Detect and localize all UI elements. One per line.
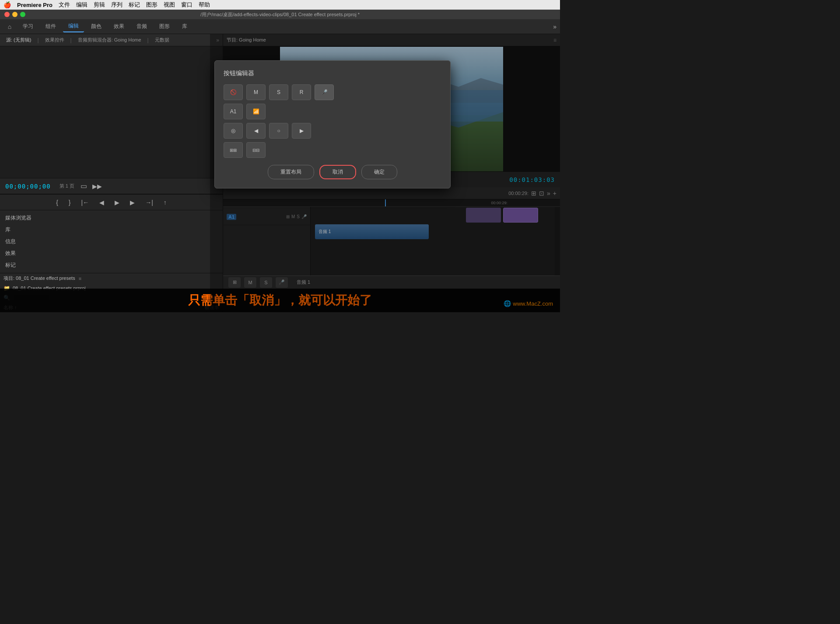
btn-circle-out[interactable]: ◎ bbox=[224, 123, 243, 139]
dialog-footer: 重置布局 取消 确定 bbox=[224, 165, 441, 179]
insert-btn[interactable]: ↑ bbox=[162, 198, 168, 207]
btn-m[interactable]: M bbox=[246, 84, 266, 100]
step-fwd-btn[interactable]: ▶ bbox=[128, 198, 136, 207]
traffic-lights bbox=[4, 12, 25, 17]
more-workspaces[interactable]: » bbox=[553, 23, 556, 30]
page-indicator: 第 1 页 bbox=[60, 183, 74, 189]
btn-r[interactable]: R bbox=[292, 84, 311, 100]
btn-no-sync[interactable]: 🚫 bbox=[224, 84, 243, 100]
minimize-button[interactable] bbox=[12, 12, 18, 17]
dialog-row-3: ◎ ◀ ○ ▶ bbox=[224, 123, 441, 139]
step-back-btn[interactable]: ◀ bbox=[98, 198, 106, 207]
tab-edit[interactable]: 编辑 bbox=[63, 21, 84, 32]
confirm-button[interactable]: 确定 bbox=[361, 165, 397, 179]
menu-graphics[interactable]: 图形 bbox=[146, 1, 158, 9]
dialog-title: 按钮编辑器 bbox=[224, 70, 441, 77]
mic-icon: 🎤 bbox=[321, 89, 328, 95]
dialog-row-4: ⊞⊞ ⊟⊟ bbox=[224, 142, 441, 158]
tab-learn[interactable]: 学习 bbox=[18, 21, 38, 32]
reset-layout-button[interactable]: 重置布局 bbox=[268, 165, 314, 179]
source-panel-tabs: 源: (无剪辑) | 效果控件 | 音频剪辑混合器: Going Home | … bbox=[0, 34, 223, 46]
tab-assembly[interactable]: 组件 bbox=[40, 21, 61, 32]
circle-icon: ○ bbox=[277, 128, 280, 134]
menu-clip[interactable]: 剪辑 bbox=[94, 1, 105, 9]
wave-1-icon: ⊞⊞ bbox=[230, 148, 237, 153]
tab-effect-controls[interactable]: 效果控件 bbox=[42, 36, 67, 44]
goto-out-btn[interactable]: →| bbox=[144, 198, 155, 207]
macos-menu-bar: 🍎 Premiere Pro 文件 编辑 剪辑 序列 标记 图形 视图 窗口 帮… bbox=[0, 0, 560, 10]
menu-help[interactable]: 帮助 bbox=[199, 1, 210, 9]
sidebar-item-info[interactable]: 信息 bbox=[0, 236, 223, 248]
circle-out-icon: ◎ bbox=[231, 128, 235, 134]
r-label: R bbox=[300, 89, 304, 95]
left-icon: ◀ bbox=[254, 128, 258, 134]
btn-left[interactable]: ◀ bbox=[246, 123, 266, 139]
btn-mic[interactable]: 🎤 bbox=[315, 84, 334, 100]
forward-icon[interactable]: ▶▶ bbox=[91, 182, 104, 191]
menu-file[interactable]: 文件 bbox=[59, 1, 70, 9]
dialog-overlay: 按钮编辑器 🚫 M S R 🎤 bbox=[210, 34, 560, 312]
tab-metadata[interactable]: 元数据 bbox=[152, 36, 172, 44]
tab-audio-mixer[interactable]: 音频剪辑混合器: Going Home bbox=[75, 36, 144, 44]
sidebar-item-library[interactable]: 库 bbox=[0, 224, 223, 236]
menu-edit[interactable]: 编辑 bbox=[76, 1, 88, 9]
left-panel: 源: (无剪辑) | 效果控件 | 音频剪辑混合器: Going Home | … bbox=[0, 34, 223, 312]
btn-signal[interactable]: 📶 bbox=[246, 104, 266, 119]
button-editor-dialog: 按钮编辑器 🚫 M S R 🎤 bbox=[214, 60, 451, 188]
project-panel-header: 项目: 08_01 Create effect presets ≡ bbox=[0, 273, 223, 283]
btn-circle[interactable]: ○ bbox=[269, 123, 288, 139]
goto-in-btn[interactable]: |← bbox=[80, 198, 91, 207]
home-button[interactable]: ⌂ bbox=[4, 21, 16, 33]
right-icon: ▶ bbox=[300, 128, 304, 134]
cancel-button[interactable]: 取消 bbox=[319, 165, 356, 179]
tab-source[interactable]: 源: (无剪辑) bbox=[4, 36, 34, 44]
tab-audio[interactable]: 音频 bbox=[131, 21, 152, 32]
tab-library[interactable]: 库 bbox=[177, 21, 192, 32]
m-label: M bbox=[254, 89, 258, 95]
play-pause-btn[interactable]: ▶ bbox=[113, 198, 121, 207]
apple-menu-icon[interactable]: 🍎 bbox=[4, 1, 11, 8]
btn-s[interactable]: S bbox=[269, 84, 288, 100]
dialog-row-2: A1 📶 bbox=[224, 104, 441, 119]
source-timecode[interactable]: 00;00;00;00 bbox=[5, 183, 51, 190]
source-controls: 00;00;00;00 第 1 页 ▭ ▶▶ bbox=[0, 178, 223, 194]
btn-a1[interactable]: A1 bbox=[224, 104, 243, 119]
title-bar: /用户/mac/桌面/add-effects-video-clips/08_01… bbox=[0, 10, 560, 19]
main-area: 源: (无剪辑) | 效果控件 | 音频剪辑混合器: Going Home | … bbox=[0, 34, 560, 312]
dialog-row-1: 🚫 M S R 🎤 bbox=[224, 84, 441, 100]
menu-view[interactable]: 视图 bbox=[164, 1, 175, 9]
workspace-bar: ⌂ 学习 组件 编辑 颜色 效果 音频 图形 库 » bbox=[0, 19, 560, 34]
menu-window[interactable]: 窗口 bbox=[181, 1, 192, 9]
source-monitor bbox=[0, 46, 223, 178]
sidebar-items: 媒体浏览器 库 信息 效果 标记 bbox=[0, 210, 223, 273]
btn-wave-1[interactable]: ⊞⊞ bbox=[224, 142, 243, 158]
mark-out-btn[interactable]: } bbox=[67, 198, 73, 207]
maximize-button[interactable] bbox=[20, 12, 25, 17]
tab-graphics[interactable]: 图形 bbox=[154, 21, 175, 32]
project-label: 项目: 08_01 Create effect presets bbox=[4, 275, 75, 282]
sidebar-item-markers[interactable]: 标记 bbox=[0, 259, 223, 271]
window-title: /用户/mac/桌面/add-effects-video-clips/08_01… bbox=[200, 11, 360, 18]
wave-2-icon: ⊟⊟ bbox=[252, 148, 259, 153]
page-thumbnail-icon: ▭ bbox=[80, 182, 87, 190]
source-playback-controls: { } |← ◀ ▶ ▶ →| ↑ bbox=[0, 194, 223, 210]
btn-wave-2[interactable]: ⊟⊟ bbox=[246, 142, 266, 158]
menu-mark[interactable]: 标记 bbox=[129, 1, 140, 9]
a1-label: A1 bbox=[230, 108, 237, 115]
s-label: S bbox=[277, 89, 280, 95]
project-menu-icon[interactable]: ≡ bbox=[79, 276, 81, 281]
tab-effects[interactable]: 效果 bbox=[108, 21, 130, 32]
sidebar-item-media-browser[interactable]: 媒体浏览器 bbox=[0, 212, 223, 224]
app-name-menu[interactable]: Premiere Pro bbox=[17, 2, 52, 8]
tab-color[interactable]: 颜色 bbox=[86, 21, 107, 32]
menu-sequence[interactable]: 序列 bbox=[111, 1, 122, 9]
mark-in-btn[interactable]: { bbox=[54, 198, 60, 207]
close-button[interactable] bbox=[4, 12, 10, 17]
btn-right[interactable]: ▶ bbox=[292, 123, 311, 139]
signal-icon: 📶 bbox=[253, 108, 259, 115]
sidebar-item-effects[interactable]: 效果 bbox=[0, 248, 223, 259]
no-sync-icon: 🚫 bbox=[230, 89, 237, 95]
